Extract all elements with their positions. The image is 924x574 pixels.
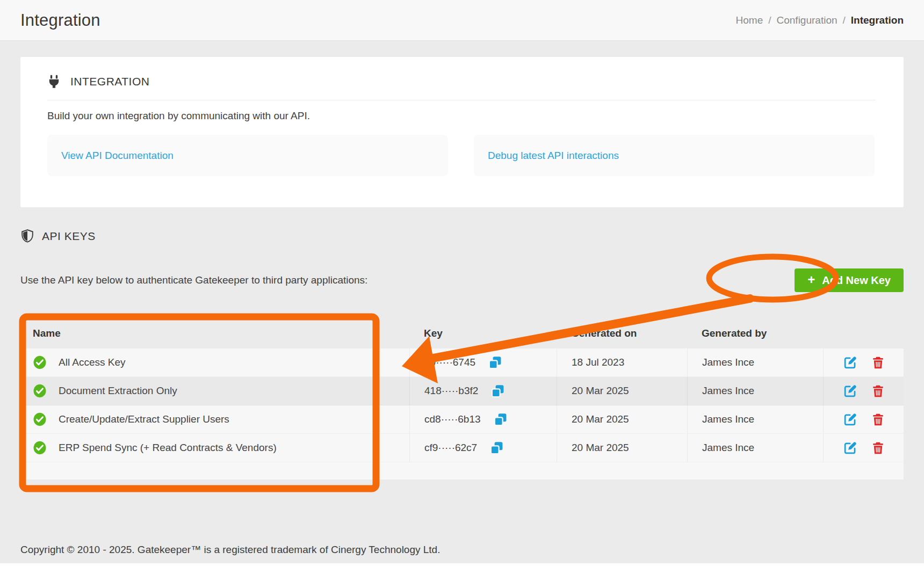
breadcrumb-configuration[interactable]: Configuration — [777, 14, 838, 26]
table-header-row: Name Key Generated on Generated by — [20, 318, 904, 348]
api-key-value: 80·····6745 — [424, 357, 475, 368]
generated-by-value: James Ince — [687, 405, 823, 433]
trash-icon[interactable] — [872, 356, 884, 369]
top-bar: Integration Home / Configuration / Integ… — [0, 0, 924, 41]
divider — [47, 100, 876, 100]
integration-heading: INTEGRATION — [70, 75, 149, 88]
copy-icon[interactable] — [491, 384, 504, 398]
integration-card-header: INTEGRATION — [47, 73, 876, 90]
api-key-value: cd8·····6b13 — [424, 413, 481, 425]
column-header-actions — [823, 318, 904, 348]
edit-icon[interactable] — [843, 413, 857, 426]
plus-icon: + — [807, 273, 815, 286]
plug-icon — [47, 75, 61, 89]
check-circle-icon — [33, 355, 47, 369]
view-api-documentation-box[interactable]: View API Documentation — [47, 135, 448, 176]
generated-on-value: 20 Mar 2025 — [557, 405, 687, 433]
page-title: Integration — [20, 11, 100, 30]
integration-link-boxes: View API Documentation Debug latest API … — [47, 135, 876, 176]
breadcrumb: Home / Configuration / Integration — [736, 14, 904, 26]
breadcrumb-separator: / — [843, 14, 846, 26]
add-new-key-button[interactable]: + Add New Key — [795, 268, 904, 292]
generated-on-value: 20 Mar 2025 — [557, 377, 687, 405]
api-key-value: 418·····b3f2 — [424, 385, 478, 397]
api-key-name: ERP Spend Sync (+ Read Contracts & Vendo… — [59, 442, 277, 454]
column-header-key: Key — [409, 318, 557, 348]
api-key-name: All Access Key — [59, 357, 126, 368]
check-circle-icon — [33, 384, 47, 398]
add-new-key-label: Add New Key — [822, 274, 891, 287]
edit-icon[interactable] — [843, 384, 857, 398]
generated-by-value: James Ince — [687, 434, 823, 462]
api-keys-header: API KEYS — [20, 228, 904, 245]
api-keys-description: Use the API key below to authenticate Ga… — [20, 274, 367, 286]
edit-icon[interactable] — [843, 356, 857, 369]
shield-icon — [20, 229, 34, 244]
breadcrumb-current: Integration — [851, 14, 904, 26]
debug-api-interactions-link[interactable]: Debug latest API interactions — [488, 150, 619, 162]
api-key-value: cf9·····62c7 — [424, 442, 477, 454]
copy-icon[interactable] — [490, 441, 503, 455]
table-row: Create/Update/Extract Supplier Users cd8… — [20, 405, 904, 434]
trash-icon[interactable] — [872, 413, 884, 426]
edit-icon[interactable] — [843, 441, 857, 455]
check-circle-icon — [33, 441, 47, 455]
generated-by-value: James Ince — [687, 348, 823, 376]
integration-card: INTEGRATION Build your own integration b… — [20, 57, 904, 207]
trash-icon[interactable] — [872, 384, 884, 398]
view-api-documentation-link[interactable]: View API Documentation — [61, 150, 174, 162]
trash-icon[interactable] — [872, 441, 884, 455]
breadcrumb-separator: / — [768, 14, 771, 26]
api-keys-heading: API KEYS — [42, 230, 96, 243]
generated-on-value: 20 Mar 2025 — [557, 434, 687, 462]
generated-on-value: 18 Jul 2023 — [557, 348, 687, 376]
table-row: All Access Key 80·····6745 18 Jul 2023 J… — [20, 348, 904, 377]
breadcrumb-home[interactable]: Home — [736, 14, 763, 26]
column-header-generated-by: Generated by — [687, 318, 823, 348]
copy-icon[interactable] — [488, 356, 502, 369]
integration-page: { "header": { "title": "Integration", "b… — [0, 0, 924, 574]
table-body: All Access Key 80·····6745 18 Jul 2023 J… — [20, 348, 904, 479]
api-keys-toolbar: Use the API key below to authenticate Ga… — [20, 268, 904, 292]
debug-api-interactions-box[interactable]: Debug latest API interactions — [474, 135, 875, 176]
column-header-name: Name — [20, 318, 409, 348]
table-row: ERP Spend Sync (+ Read Contracts & Vendo… — [20, 434, 904, 462]
api-key-name: Create/Update/Extract Supplier Users — [59, 413, 229, 425]
bottom-bar — [0, 563, 924, 574]
main-content: INTEGRATION Build your own integration b… — [0, 57, 924, 556]
api-keys-table: Name Key Generated on Generated by All A… — [20, 318, 904, 479]
copy-icon[interactable] — [494, 413, 507, 426]
integration-description: Build your own integration by communicat… — [47, 110, 876, 122]
api-key-name: Document Extraction Only — [59, 385, 177, 397]
copyright-text: Copyright © 2010 - 2025. Gatekeeper™ is … — [20, 544, 904, 556]
column-header-generated-on: Generated on — [557, 318, 687, 348]
table-row: Document Extraction Only 418·····b3f2 20… — [20, 377, 904, 405]
check-circle-icon — [33, 412, 47, 426]
generated-by-value: James Ince — [687, 377, 823, 405]
